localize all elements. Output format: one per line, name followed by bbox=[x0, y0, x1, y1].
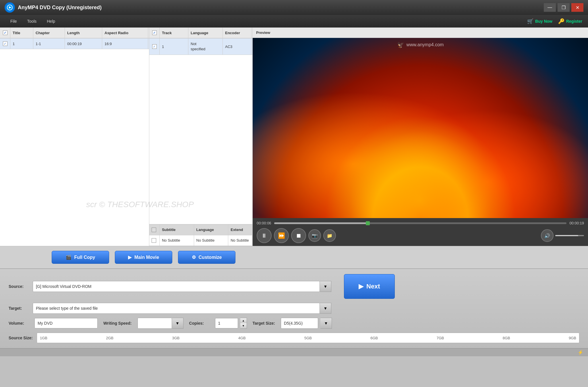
sub-row-language: No Subtitle bbox=[194, 235, 229, 246]
subtitle-section: Subtitle Language Extend No Subtitle No … bbox=[149, 224, 252, 246]
size-1gb: 1GB bbox=[40, 336, 47, 340]
writing-speed-label: Writing Speed: bbox=[103, 321, 132, 326]
row-length: 00:00:19 bbox=[65, 38, 102, 49]
row-check[interactable]: ✓ bbox=[0, 38, 10, 49]
size-2gb: 2GB bbox=[106, 336, 113, 340]
track-select-all[interactable]: ✓ bbox=[152, 30, 157, 35]
sub-row-subtitle: No Subtitle bbox=[160, 235, 194, 246]
full-copy-icon: 🎬 bbox=[66, 255, 71, 260]
customize-button[interactable]: ⚙ Customize bbox=[178, 251, 235, 264]
register-button[interactable]: 🔑 Register bbox=[558, 18, 582, 24]
copies-up-arrow[interactable]: ▲ bbox=[240, 318, 247, 323]
sub-row-checkbox[interactable] bbox=[152, 238, 156, 243]
time-current: 00:00:06 bbox=[257, 221, 271, 225]
track-row-check[interactable]: ✓ bbox=[149, 38, 160, 55]
control-buttons: ⏸ ⏩ ⏹ 📷 📁 🔊 bbox=[257, 228, 584, 243]
sub-col-check bbox=[149, 225, 160, 235]
col-check: ✓ bbox=[0, 28, 10, 38]
main-movie-button[interactable]: ▶ Main Movie bbox=[115, 251, 172, 264]
row-aspect: 16:9 bbox=[102, 38, 148, 49]
volume-button[interactable]: 🔊 bbox=[541, 229, 554, 242]
subtitle-row[interactable]: No Subtitle No Subtitle No Subtitle bbox=[149, 235, 252, 246]
size-9gb: 9GB bbox=[569, 336, 576, 340]
preview-controls: 00:00:06 00:00:19 ⏸ ⏩ ⏹ 📷 📁 🔊 bbox=[253, 218, 588, 246]
copies-input[interactable] bbox=[215, 318, 238, 328]
source-label: Source: bbox=[9, 284, 29, 289]
title-table-header: ✓ Title Chapter Length Aspect Radio bbox=[0, 28, 149, 38]
source-dropdown-arrow[interactable]: ▼ bbox=[320, 281, 331, 292]
select-all-checkbox[interactable]: ✓ bbox=[3, 30, 7, 35]
track-table-header: ✓ Track Language Encoder bbox=[149, 28, 252, 38]
target-size-dropdown[interactable]: D5(4.35G) bbox=[281, 318, 318, 329]
stop-button[interactable]: ⏹ bbox=[291, 228, 306, 243]
sub-select-all[interactable] bbox=[152, 228, 156, 232]
full-copy-button[interactable]: 🎬 Full Copy bbox=[52, 251, 109, 264]
maximize-button[interactable]: ❐ bbox=[558, 3, 570, 12]
track-section: ✓ Track Language Encoder ✓ 1 Notspecifie… bbox=[149, 28, 252, 224]
pause-button[interactable]: ⏸ bbox=[257, 228, 272, 243]
menu-file[interactable]: File bbox=[6, 17, 22, 25]
sub-row-extend: No Subtitle bbox=[228, 235, 252, 246]
col-title-header: Title bbox=[10, 28, 33, 38]
size-8gb: 8GB bbox=[503, 336, 510, 340]
time-total: 00:00:19 bbox=[569, 221, 584, 225]
fast-forward-button[interactable]: ⏩ bbox=[274, 228, 289, 243]
next-icon: ▶ bbox=[359, 283, 363, 290]
writing-speed-arrow[interactable]: ▼ bbox=[172, 318, 183, 329]
copies-arrows: ▲ ▼ bbox=[240, 318, 247, 329]
size-7gb: 7GB bbox=[436, 336, 444, 340]
size-4gb: 4GB bbox=[238, 336, 246, 340]
track-row-encoder: AC3 bbox=[223, 38, 252, 55]
snapshot-button[interactable]: 📷 bbox=[308, 229, 321, 242]
key-icon: 🔑 bbox=[558, 18, 564, 24]
target-dropdown-wrap: Please select type of the saved file ▼ bbox=[33, 303, 331, 314]
svg-marker-1 bbox=[9, 6, 11, 9]
sub-col-extend: Extend bbox=[228, 225, 252, 235]
progress-bar[interactable] bbox=[274, 222, 567, 224]
statusbar: ⚡ bbox=[0, 348, 588, 356]
source-dropdown-wrap: [G] Microsoft Virtual DVD-ROM ▼ bbox=[33, 281, 331, 292]
row-checkbox[interactable]: ✓ bbox=[3, 41, 7, 46]
target-row: Target: Please select type of the saved … bbox=[9, 303, 579, 314]
track-col-language: Language bbox=[188, 28, 223, 38]
minimize-button[interactable]: — bbox=[544, 3, 556, 12]
title-panel: ✓ Title Chapter Length Aspect Radio ✓ 1 … bbox=[0, 28, 149, 246]
volume-slider[interactable] bbox=[555, 235, 584, 236]
source-size-bar: 1GB 2GB 3GB 4GB 5GB 6GB 7GB 8GB 9GB bbox=[37, 333, 579, 343]
main-content: scr © THESOFTWARE.SHOP ✓ Title Chapter L… bbox=[0, 28, 588, 246]
next-button[interactable]: ▶ Next bbox=[344, 274, 395, 299]
sub-row-check[interactable] bbox=[149, 235, 160, 246]
size-3gb: 3GB bbox=[172, 336, 180, 340]
fire-overlay bbox=[253, 38, 588, 218]
target-dropdown-arrow[interactable]: ▼ bbox=[320, 303, 331, 314]
track-row-checkbox[interactable]: ✓ bbox=[152, 44, 157, 49]
cart-icon: 🛒 bbox=[527, 18, 533, 24]
buy-now-button[interactable]: 🛒 Buy Now bbox=[527, 18, 552, 24]
track-row-language: Notspecified bbox=[188, 38, 223, 55]
target-dropdown[interactable]: Please select type of the saved file bbox=[33, 303, 320, 314]
progress-thumb[interactable] bbox=[366, 221, 370, 225]
col-chapter-header: Chapter bbox=[33, 28, 65, 38]
target-size-arrow[interactable]: ▼ bbox=[320, 318, 332, 329]
track-row[interactable]: ✓ 1 Notspecified AC3 bbox=[149, 38, 252, 55]
size-labels: 1GB 2GB 3GB 4GB 5GB 6GB 7GB 8GB 9GB bbox=[40, 336, 576, 340]
status-icon: ⚡ bbox=[578, 350, 583, 355]
target-size-label: Target Size: bbox=[253, 321, 275, 326]
writing-speed-wrap: ▼ bbox=[138, 318, 183, 329]
row-chapter: 1-1 bbox=[33, 38, 65, 49]
app-title: AnyMP4 DVD Copy (Unregistered) bbox=[18, 5, 544, 11]
menu-tools[interactable]: Tools bbox=[23, 17, 41, 25]
target-label: Target: bbox=[9, 306, 29, 311]
size-6gb: 6GB bbox=[370, 336, 378, 340]
copies-down-arrow[interactable]: ▼ bbox=[240, 323, 247, 328]
close-button[interactable]: ✕ bbox=[571, 3, 583, 12]
sub-col-subtitle: Subtitle bbox=[160, 225, 194, 235]
table-row[interactable]: ✓ 1 1-1 00:00:19 16:9 bbox=[0, 38, 149, 49]
menu-help[interactable]: Help bbox=[42, 17, 60, 25]
progress-fill bbox=[274, 222, 368, 224]
source-dropdown[interactable]: [G] Microsoft Virtual DVD-ROM bbox=[33, 281, 320, 292]
folder-button[interactable]: 📁 bbox=[323, 229, 336, 242]
volume-input[interactable] bbox=[34, 318, 98, 328]
writing-speed-dropdown[interactable] bbox=[138, 318, 172, 329]
row-title: 1 bbox=[10, 38, 33, 49]
